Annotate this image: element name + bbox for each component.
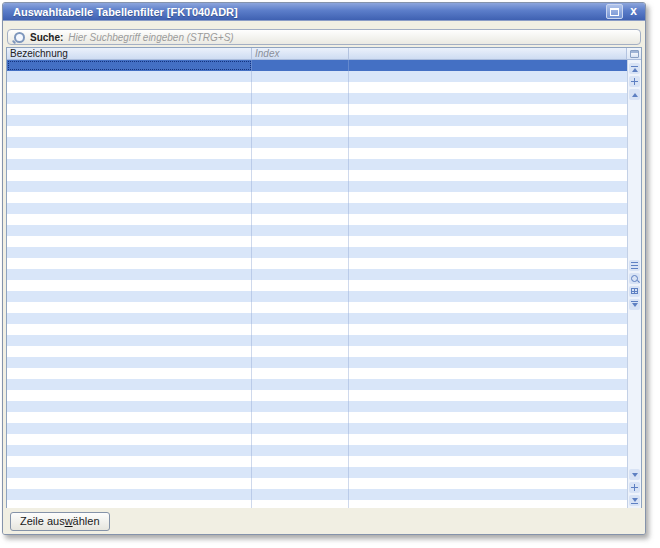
table-cell <box>252 137 349 148</box>
table-row[interactable] <box>7 247 627 258</box>
table-cell <box>349 489 627 500</box>
close-button[interactable]: x <box>628 5 639 18</box>
table-cell <box>7 445 252 456</box>
table-cell <box>252 104 349 115</box>
table-row[interactable] <box>7 181 627 192</box>
table-cell <box>349 104 627 115</box>
table-cell <box>7 280 252 291</box>
table-cell <box>7 203 252 214</box>
table-cell <box>7 423 252 434</box>
table-cell <box>349 291 627 302</box>
table-row[interactable] <box>7 258 627 269</box>
column-header-index[interactable]: Index <box>252 48 349 59</box>
table-row[interactable] <box>7 467 627 478</box>
scroll-to-bottom-icon <box>632 498 638 502</box>
table-cell <box>349 203 627 214</box>
table-row[interactable] <box>7 291 627 302</box>
scroll-to-bottom-button[interactable] <box>629 495 640 506</box>
table-row[interactable] <box>7 379 627 390</box>
scroll-to-top-button[interactable] <box>629 63 640 74</box>
table-row[interactable] <box>7 126 627 137</box>
table-row[interactable] <box>7 203 627 214</box>
table-cell <box>349 93 627 104</box>
scroll-to-top-icon <box>631 66 638 67</box>
table-cell <box>252 225 349 236</box>
table-row[interactable] <box>7 412 627 423</box>
selection-table: Bezeichnung Index <box>6 47 642 510</box>
table-cell <box>349 467 627 478</box>
table-row[interactable] <box>7 313 627 324</box>
table-cell <box>349 434 627 445</box>
scrollbar-search-button[interactable] <box>629 273 640 284</box>
table-cell <box>7 82 252 93</box>
table-row[interactable] <box>7 489 627 500</box>
scroll-down-button[interactable] <box>629 469 640 480</box>
table-cell <box>7 302 252 313</box>
table-cell <box>7 236 252 247</box>
table-cell <box>252 258 349 269</box>
table-cell <box>349 82 627 93</box>
table-cell <box>252 401 349 412</box>
scrollbar-bottom-buttons <box>628 468 641 507</box>
table-row[interactable] <box>7 423 627 434</box>
table-row[interactable] <box>7 192 627 203</box>
table-row[interactable] <box>7 390 627 401</box>
table-cell <box>252 93 349 104</box>
table-row[interactable] <box>7 236 627 247</box>
table-cell <box>252 445 349 456</box>
column-header-bezeichnung[interactable]: Bezeichnung <box>7 48 252 59</box>
table-row[interactable] <box>7 148 627 159</box>
table-row[interactable] <box>7 434 627 445</box>
table-row[interactable] <box>7 357 627 368</box>
scrollbar-filter-button[interactable] <box>629 299 640 310</box>
table-row[interactable] <box>7 170 627 181</box>
table-row[interactable] <box>7 302 627 313</box>
scrollbar-grip-button[interactable] <box>629 260 640 271</box>
table-row[interactable] <box>7 401 627 412</box>
table-row[interactable] <box>7 214 627 225</box>
scroll-up-button[interactable] <box>629 89 640 100</box>
table-cell <box>349 258 627 269</box>
table-row[interactable] <box>7 115 627 126</box>
table-cell <box>349 148 627 159</box>
table-cell <box>7 456 252 467</box>
table-cell <box>349 313 627 324</box>
table-row-selected[interactable] <box>7 60 627 71</box>
maximize-button[interactable] <box>606 4 623 19</box>
move-up-button[interactable] <box>629 76 640 87</box>
table-cell <box>7 170 252 181</box>
titlebar[interactable]: Auswahltabelle Tabellenfilter [FKT040ADR… <box>3 3 645 21</box>
table-cell <box>252 302 349 313</box>
table-row[interactable] <box>7 137 627 148</box>
table-cell <box>252 60 349 71</box>
table-cell <box>349 346 627 357</box>
table-row[interactable] <box>7 280 627 291</box>
move-down-button[interactable] <box>629 482 640 493</box>
table-row[interactable] <box>7 456 627 467</box>
table-row[interactable] <box>7 82 627 93</box>
table-row[interactable] <box>7 445 627 456</box>
table-row[interactable] <box>7 93 627 104</box>
table-row[interactable] <box>7 104 627 115</box>
table-row[interactable] <box>7 478 627 489</box>
table-row[interactable] <box>7 71 627 82</box>
table-row[interactable] <box>7 225 627 236</box>
search-label: Suche: <box>30 32 63 43</box>
table-row[interactable] <box>7 368 627 379</box>
scroll-to-bottom-icon-bar <box>631 503 638 504</box>
table-row[interactable] <box>7 324 627 335</box>
column-chooser-button[interactable] <box>627 48 641 59</box>
table-row[interactable] <box>7 269 627 280</box>
move-up-icon <box>631 78 638 85</box>
table-row[interactable] <box>7 335 627 346</box>
column-header-empty[interactable] <box>349 48 627 59</box>
search-bar[interactable]: Suche: Hier Suchbegriff eingeben (STRG+S… <box>7 29 641 45</box>
table-row[interactable] <box>7 159 627 170</box>
vertical-scrollbar[interactable] <box>627 60 641 509</box>
scrollbar-grid-button[interactable] <box>629 286 640 297</box>
table-row[interactable] <box>7 346 627 357</box>
table-cell <box>349 456 627 467</box>
table-cell <box>7 291 252 302</box>
select-row-button[interactable]: Zeile auswählen <box>10 512 110 531</box>
move-down-icon <box>631 484 638 491</box>
